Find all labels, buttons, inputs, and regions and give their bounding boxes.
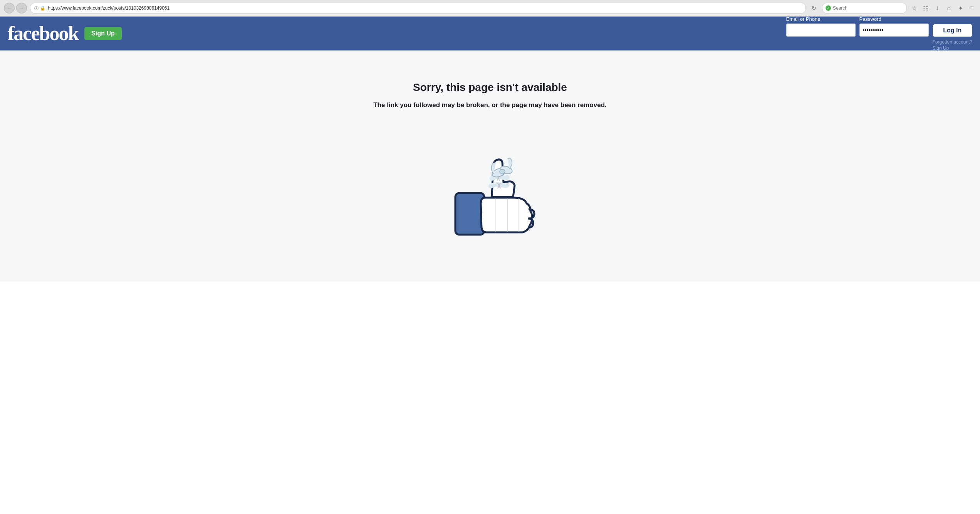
- email-field-group: Email or Phone: [786, 16, 856, 37]
- email-input[interactable]: [786, 24, 856, 37]
- search-bar[interactable]: ✓: [822, 3, 907, 13]
- reload-button[interactable]: ↻: [809, 3, 819, 13]
- reading-list-icon[interactable]: ☷: [921, 4, 930, 12]
- thumbs-up-illustration: [436, 128, 544, 240]
- facebook-header: facebook Sign Up Email or Phone Password…: [0, 17, 980, 50]
- bookmarks-icon[interactable]: ☆: [910, 4, 918, 12]
- main-content: Sorry, this page isn't available The lin…: [0, 50, 980, 282]
- signup-link[interactable]: Sign Up: [933, 45, 972, 51]
- svg-point-7: [500, 169, 505, 174]
- signup-button[interactable]: Sign Up: [84, 27, 121, 40]
- home-icon[interactable]: ⌂: [945, 4, 953, 12]
- search-input[interactable]: [833, 5, 903, 11]
- back-button[interactable]: ←: [4, 3, 15, 13]
- login-section: Email or Phone Password Log In Forgotten…: [786, 16, 972, 51]
- search-engine-icon: ✓: [826, 5, 831, 11]
- url-input[interactable]: [48, 5, 802, 11]
- lock-icon: 🔒: [40, 6, 45, 11]
- login-right: Log In Forgotten account? Sign Up: [933, 16, 972, 51]
- downloads-icon[interactable]: ↓: [933, 4, 941, 12]
- menu-icon[interactable]: ≡: [968, 4, 976, 12]
- svg-rect-0: [455, 193, 484, 235]
- password-label: Password: [859, 16, 929, 22]
- email-label: Email or Phone: [786, 16, 856, 22]
- info-icon: ⓘ: [34, 5, 39, 11]
- login-links: Forgotten account? Sign Up: [933, 39, 972, 51]
- address-bar-icons: ⓘ 🔒: [34, 5, 45, 11]
- forgotten-account-link[interactable]: Forgotten account?: [933, 39, 972, 45]
- error-title: Sorry, this page isn't available: [413, 81, 567, 94]
- nav-buttons: ← →: [4, 3, 27, 13]
- pocket-icon[interactable]: ✦: [956, 4, 965, 12]
- browser-chrome: ← → ⓘ 🔒 ↻ ✓ ☆ ☷ ↓ ⌂ ✦ ≡: [0, 0, 980, 17]
- password-input[interactable]: [859, 24, 929, 37]
- browser-toolbar: ← → ⓘ 🔒 ↻ ✓ ☆ ☷ ↓ ⌂ ✦ ≡: [0, 0, 980, 16]
- password-field-group: Password: [859, 16, 929, 37]
- forward-button[interactable]: →: [16, 3, 27, 13]
- error-subtitle: The link you followed may be broken, or …: [373, 101, 607, 109]
- toolbar-right-icons: ☆ ☷ ↓ ⌂ ✦ ≡: [910, 4, 976, 12]
- address-bar[interactable]: ⓘ 🔒: [30, 3, 806, 13]
- logo-section: facebook Sign Up: [8, 24, 122, 44]
- login-button[interactable]: Log In: [933, 24, 972, 37]
- facebook-logo: facebook: [8, 24, 78, 44]
